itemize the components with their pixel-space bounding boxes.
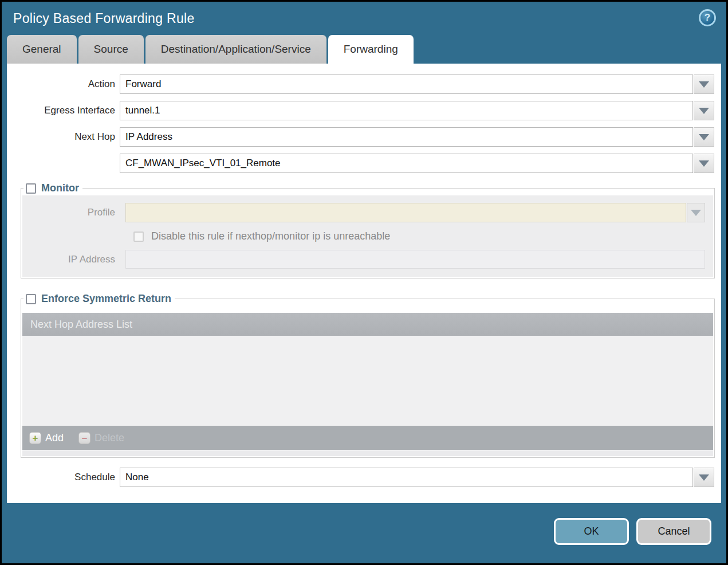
next-hop-combo: IP Address (120, 127, 714, 147)
next-hop-address-row: CF_MWAN_IPsec_VTI_01_Remote (7, 154, 721, 173)
tab-destination-application-service[interactable]: Destination/Application/Service (145, 35, 326, 64)
monitor-profile-label: Profile (22, 207, 125, 218)
egress-interface-value[interactable]: tunnel.1 (120, 101, 693, 120)
tab-source[interactable]: Source (78, 35, 144, 64)
horizontal-scrollbar[interactable] (22, 450, 713, 456)
monitor-disable-rule-row: Disable this rule if nexthop/monitor ip … (133, 230, 710, 242)
symmetric-return-checkbox[interactable] (26, 294, 36, 304)
monitor-ip-address-input (125, 250, 705, 269)
action-dropdown-button[interactable] (694, 74, 714, 94)
next-hop-address-list-body[interactable] (22, 336, 713, 426)
chevron-down-icon (699, 160, 709, 167)
monitor-checkbox[interactable] (26, 183, 36, 194)
disable-rule-label: Disable this rule if nexthop/monitor ip … (151, 230, 390, 242)
tab-general[interactable]: General (7, 35, 77, 64)
next-hop-address-value[interactable]: CF_MWAN_IPsec_VTI_01_Remote (120, 154, 693, 173)
monitor-profile-row: Profile (22, 203, 710, 222)
delete-button-label: Delete (95, 432, 124, 444)
add-button-label: Add (45, 432, 64, 444)
schedule-value[interactable]: None (120, 468, 693, 487)
symmetric-return-group: Enforce Symmetric Return Next Hop Addres… (21, 293, 715, 458)
schedule-dropdown-button[interactable] (694, 468, 714, 487)
next-hop-row: Next Hop IP Address (7, 127, 721, 147)
disable-rule-checkbox (133, 232, 144, 242)
action-combo: Forward (120, 74, 714, 94)
ok-button[interactable]: OK (554, 518, 629, 545)
schedule-combo: None (120, 468, 714, 487)
next-hop-dropdown-button[interactable] (694, 127, 714, 147)
delete-button: – Delete (78, 432, 124, 444)
chevron-down-icon (699, 108, 709, 114)
symmetric-return-group-label: Enforce Symmetric Return (41, 293, 171, 305)
chevron-down-icon (691, 210, 701, 216)
monitor-group: Monitor Profile Disable this rule if nex… (21, 182, 715, 278)
add-button[interactable]: + Add (29, 432, 64, 444)
tab-content-forwarding: Action Forward Egress Interface tunnel.1… (7, 64, 721, 503)
policy-based-forwarding-dialog: Policy Based Forwarding Rule ? General S… (2, 2, 726, 563)
tab-forwarding[interactable]: Forwarding (328, 35, 414, 64)
monitor-profile-combo (125, 203, 705, 222)
help-icon[interactable]: ? (699, 9, 716, 26)
tab-bar: General Source Destination/Application/S… (2, 35, 726, 64)
next-hop-address-list-table: Next Hop Address List + Add – Delete (22, 313, 713, 456)
egress-interface-label: Egress Interface (7, 105, 120, 116)
monitor-legend: Monitor (23, 182, 82, 194)
chevron-down-icon (699, 134, 709, 140)
chevron-down-icon (699, 81, 709, 88)
table-toolbar: + Add – Delete (22, 426, 713, 450)
monitor-panel: Profile Disable this rule if nexthop/mon… (22, 195, 713, 277)
action-row: Action Forward (7, 74, 721, 94)
schedule-row: Schedule None (7, 468, 721, 487)
monitor-group-label: Monitor (41, 182, 79, 194)
minus-icon: – (78, 432, 90, 444)
dialog-titlebar: Policy Based Forwarding Rule ? (2, 2, 726, 35)
schedule-label: Schedule (7, 472, 120, 483)
dialog-title: Policy Based Forwarding Rule (13, 11, 195, 26)
monitor-ip-address-label: IP Address (22, 254, 125, 265)
plus-icon: + (29, 432, 41, 444)
action-label: Action (7, 79, 120, 90)
egress-interface-combo: tunnel.1 (120, 101, 714, 120)
monitor-profile-dropdown-button (687, 203, 705, 222)
next-hop-address-dropdown-button[interactable] (694, 154, 714, 173)
monitor-profile-value (125, 203, 686, 222)
next-hop-address-combo: CF_MWAN_IPsec_VTI_01_Remote (120, 154, 714, 173)
egress-interface-dropdown-button[interactable] (694, 101, 714, 120)
next-hop-label: Next Hop (7, 131, 120, 143)
symmetric-return-legend: Enforce Symmetric Return (23, 293, 175, 305)
dialog-footer: OK Cancel (2, 503, 726, 563)
action-value[interactable]: Forward (120, 74, 693, 94)
next-hop-type-value[interactable]: IP Address (120, 127, 693, 147)
cancel-button[interactable]: Cancel (636, 518, 711, 545)
monitor-ip-address-row: IP Address (22, 250, 710, 269)
table-header-next-hop-address-list[interactable]: Next Hop Address List (22, 313, 713, 336)
egress-interface-row: Egress Interface tunnel.1 (7, 101, 721, 120)
chevron-down-icon (699, 474, 709, 481)
